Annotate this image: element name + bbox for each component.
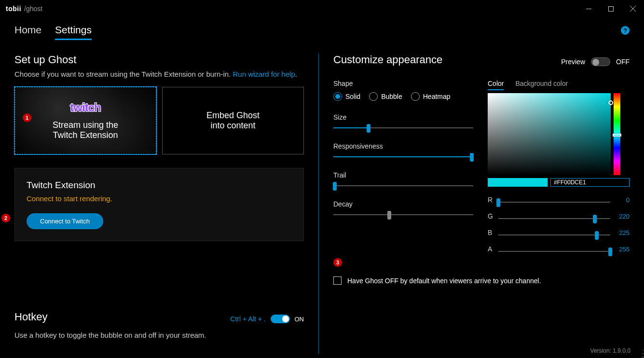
preview-label: Preview	[561, 58, 585, 66]
a-slider[interactable]	[498, 249, 610, 253]
shape-label: Shape	[333, 80, 473, 87]
twitch-logo-icon: twitch	[70, 101, 100, 114]
r-slider[interactable]	[498, 200, 610, 204]
b-slider[interactable]	[498, 233, 610, 237]
version-label: Version: 1.9.0.0	[590, 347, 630, 354]
g-value: 220	[615, 213, 630, 220]
card1-line1: Stream using the	[53, 120, 118, 130]
g-label: G	[488, 212, 493, 220]
card-embed-ghost[interactable]: Embed Ghost into content	[162, 87, 304, 154]
hotkey-heading: Hotkey	[14, 311, 47, 323]
tab-settings[interactable]: Settings	[55, 24, 92, 40]
a-label: A	[488, 245, 493, 253]
tab-bg-color[interactable]: Background color	[515, 80, 568, 90]
color-column: Color Background color	[488, 80, 630, 257]
shape-radios: Solid Bubble Heatmap	[333, 92, 473, 101]
ghost-default-off-row: 3 Have Ghost OFF by default when viewers…	[333, 276, 630, 285]
tab-home[interactable]: Home	[14, 24, 41, 40]
hotkey-toggle[interactable]	[271, 315, 290, 323]
resize-grip-icon[interactable]: .. .. . .	[641, 347, 643, 357]
card-twitch-extension[interactable]: 1 twitch Stream using the Twitch Extensi…	[14, 87, 156, 154]
ghost-default-off-label: Have Ghost OFF by default when viewers a…	[347, 277, 541, 285]
color-swatch	[488, 178, 548, 187]
b-label: B	[488, 229, 493, 236]
radio-solid-label: Solid	[345, 93, 360, 100]
minimize-button[interactable]	[577, 0, 600, 17]
setup-sub-pre: Choose if you want to stream using the T…	[14, 70, 233, 78]
radio-solid[interactable]: Solid	[333, 92, 360, 101]
color-hue-slider[interactable]	[614, 93, 620, 175]
left-column: Set up Ghost Choose if you want to strea…	[14, 54, 318, 354]
annotation-2: 2	[1, 214, 10, 222]
svg-rect-1	[608, 6, 613, 11]
twitch-extension-panel: Twitch Extension Connect to start render…	[14, 168, 304, 241]
preview-toggle[interactable]	[591, 57, 610, 66]
responsiveness-label: Responsiveness	[333, 142, 473, 150]
radio-bubble-label: Bubble	[381, 93, 402, 100]
radio-heatmap-label: Heatmap	[423, 93, 451, 100]
hotkey-section: Hotkey Ctrl + Alt + . ON Use a hotkey to…	[14, 311, 318, 339]
window-controls	[577, 0, 644, 17]
tab-color[interactable]: Color	[488, 80, 504, 90]
preview-state: OFF	[616, 58, 630, 66]
decay-label: Decay	[333, 200, 473, 208]
hotkey-combo[interactable]: Ctrl + Alt + .	[230, 315, 265, 323]
a-value: 255	[615, 246, 630, 253]
r-label: R	[488, 196, 493, 204]
content-area: Set up Ghost Choose if you want to strea…	[0, 44, 644, 354]
size-label: Size	[333, 113, 473, 121]
setup-sub-post: .	[295, 70, 297, 78]
hex-input[interactable]	[550, 178, 630, 187]
b-value: 225	[615, 229, 630, 236]
close-button[interactable]	[622, 0, 644, 17]
r-value: 0	[615, 196, 630, 204]
color-tabs: Color Background color	[488, 80, 630, 90]
decay-slider[interactable]	[333, 213, 473, 217]
ext-msg: Connect to start rendering.	[27, 194, 292, 203]
annotation-1: 1	[23, 113, 31, 122]
ext-title: Twitch Extension	[27, 180, 292, 191]
annotation-3: 3	[333, 258, 342, 267]
connect-to-twitch-button[interactable]: Connect to Twitch	[27, 213, 103, 229]
hotkey-state: ON	[295, 316, 304, 323]
card2-line2: into content	[210, 121, 255, 131]
setup-heading: Set up Ghost	[14, 54, 304, 66]
radio-heatmap[interactable]: Heatmap	[411, 92, 451, 101]
hotkey-desc: Use a hotkey to toggle the bubble on and…	[14, 331, 304, 339]
setup-subtext: Choose if you want to stream using the T…	[14, 70, 304, 78]
trail-slider[interactable]	[333, 184, 473, 188]
right-column: Customize appearance Preview OFF Shape S…	[319, 54, 630, 354]
shape-column: Shape Solid Bubble Heatmap Size Responsi…	[333, 80, 473, 257]
g-slider[interactable]	[498, 217, 610, 220]
app-brand: tobii /ghost	[6, 5, 42, 13]
card2-line1: Embed Ghost	[206, 110, 260, 121]
radio-bubble[interactable]: Bubble	[369, 92, 402, 101]
run-wizard-link[interactable]: Run wizard for help	[233, 70, 295, 78]
trail-label: Trail	[333, 171, 473, 179]
card1-line2: Twitch Extension	[53, 130, 118, 140]
titlebar: tobii /ghost	[0, 0, 644, 17]
ghost-default-off-checkbox[interactable]	[333, 276, 342, 285]
app-name: /ghost	[24, 5, 42, 13]
maximize-button[interactable]	[600, 0, 622, 17]
appearance-heading: Customize appearance	[333, 54, 442, 66]
stream-mode-cards: 1 twitch Stream using the Twitch Extensi…	[14, 87, 304, 154]
main-tabs: Home Settings ?	[0, 17, 644, 44]
help-icon[interactable]: ?	[621, 26, 630, 35]
size-slider[interactable]	[333, 126, 473, 130]
brand-logo-text: tobii	[6, 5, 21, 13]
color-sv-picker[interactable]	[488, 93, 611, 175]
responsiveness-slider[interactable]	[333, 155, 473, 159]
